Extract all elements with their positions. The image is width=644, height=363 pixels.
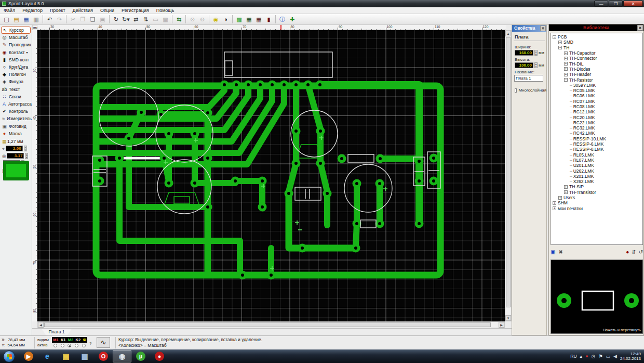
- tool-mask[interactable]: ●Маска: [0, 130, 32, 137]
- taskbar-opera-icon[interactable]: O: [94, 350, 113, 362]
- expand-icon[interactable]: +: [564, 73, 568, 76]
- taskbar-movie-maker-icon[interactable]: ▦: [75, 350, 94, 362]
- save-icon[interactable]: ▦: [21, 15, 31, 24]
- tree-item-RC05.LMK[interactable]: –RC05.LMK: [553, 88, 642, 93]
- menu-item-файл[interactable]: Файл: [0, 7, 19, 14]
- tree-item-TH-Resistor[interactable]: −TH-Resistor: [553, 77, 642, 82]
- tool-connections[interactable]: ∷Связи: [0, 93, 32, 100]
- track-width-value-0[interactable]: 2.00: [6, 146, 23, 151]
- tree-item-U262.LMK[interactable]: –U262.LMK: [553, 168, 642, 173]
- tree-item-RL07.LMK[interactable]: –RL07.LMK: [553, 158, 642, 163]
- tree-item-TH-Transistor[interactable]: +TH-Transistor: [553, 190, 642, 195]
- scroll-left-arrow[interactable]: ◀: [38, 322, 44, 328]
- zoom-icon[interactable]: ◉: [211, 15, 221, 24]
- layer-toggle-K1[interactable]: K1: [61, 338, 66, 342]
- layer-toggle-М2[interactable]: М2: [68, 338, 73, 342]
- horizontal-scroll-thumb[interactable]: [44, 322, 491, 327]
- tree-item-TH-Connector[interactable]: +TH-Connector: [553, 56, 642, 61]
- expand-icon[interactable]: +: [564, 190, 568, 194]
- expand-icon[interactable]: +: [564, 51, 568, 55]
- tree-item-X262.LMK[interactable]: –X262.LMK: [553, 179, 642, 184]
- close-button[interactable]: ✕: [623, 1, 643, 7]
- layer-radio-М1[interactable]: [53, 344, 57, 347]
- paste-icon[interactable]: ❏: [88, 15, 98, 24]
- layer-radio-K2[interactable]: [75, 344, 78, 347]
- tree-item-TH-Header[interactable]: +TH-Header: [553, 72, 642, 77]
- vertical-scroll-thumb[interactable]: [506, 37, 511, 307]
- collapse-icon[interactable]: −: [558, 46, 562, 49]
- cut-icon[interactable]: ✂: [68, 15, 78, 24]
- record-macro-icon[interactable]: ●: [626, 249, 629, 255]
- tree-item-3059Y.LMK[interactable]: –3059Y.LMK: [553, 83, 642, 88]
- scroll-up-arrow[interactable]: ▲: [505, 31, 511, 36]
- taskbar-sprint-layout-icon[interactable]: ◉: [113, 350, 131, 362]
- taskbar-utorrent-icon[interactable]: µ: [131, 350, 150, 362]
- tree-item-TH[interactable]: −TH: [553, 45, 642, 50]
- duplicate-icon[interactable]: ▣: [98, 15, 108, 24]
- tool-test[interactable]: ✔Контроль: [0, 108, 32, 115]
- change-layer-icon[interactable]: ⇆: [174, 15, 184, 24]
- tool-measure[interactable]: ≈Измеритель: [0, 115, 32, 122]
- tree-item-PCB[interactable]: −PCB: [553, 34, 642, 40]
- tool-polygon[interactable]: ◆Полигон: [0, 71, 32, 78]
- info-icon[interactable]: ⓘ: [277, 15, 287, 24]
- collapse-icon[interactable]: −: [553, 35, 556, 39]
- menu-item-редактор[interactable]: Редактор: [19, 7, 46, 14]
- tool-pad[interactable]: ◉Контакт▾: [0, 49, 32, 56]
- layer-toggle-K2[interactable]: K2: [76, 338, 81, 342]
- menu-item-опции[interactable]: Опции: [97, 7, 118, 14]
- autoroute-settings-icon[interactable]: ✚: [287, 15, 297, 24]
- height-spinner[interactable]: ▲▼: [534, 62, 538, 68]
- maximize-button[interactable]: ❐: [609, 1, 623, 7]
- horizontal-scrollbar[interactable]: ◀ ▶: [37, 321, 505, 328]
- tool-text[interactable]: abТекст: [0, 86, 32, 93]
- pad-size-spinner[interactable]: ▲▼: [25, 153, 28, 159]
- layer-toggle-М1[interactable]: М1: [53, 338, 58, 342]
- tray-display[interactable]: ▭: [606, 354, 611, 359]
- expand-icon[interactable]: +: [564, 62, 568, 66]
- tree-item-TH-SIP[interactable]: +TH-SIP: [553, 184, 642, 189]
- tree-item-TH-DIL[interactable]: +TH-DIL: [553, 61, 642, 66]
- group-icon[interactable]: ▩: [160, 15, 170, 24]
- menu-item-проект[interactable]: Проект: [46, 7, 69, 14]
- tree-item-RC06.LMK[interactable]: –RC06.LMK: [553, 93, 642, 98]
- rotate-options-icon[interactable]: ↻▾: [121, 15, 131, 24]
- flip-horizontal-icon[interactable]: ⇄: [131, 15, 141, 24]
- start-button[interactable]: [3, 351, 15, 362]
- library-close-icon[interactable]: ✕: [637, 25, 643, 31]
- tree-item-мои печатки[interactable]: +мои печатки: [553, 206, 642, 211]
- lock-icon[interactable]: ⊙: [187, 15, 197, 24]
- refresh-library-icon[interactable]: ↺: [639, 249, 643, 255]
- layer-radio-Ф[interactable]: [82, 344, 86, 347]
- menu-item-регистрация[interactable]: Регистрация: [118, 7, 153, 14]
- layer-visibility-box[interactable]: М1K1М2K2Ф: [52, 337, 87, 343]
- layer-board-icon[interactable]: ▩: [234, 15, 244, 24]
- save-library-icon[interactable]: ▣: [551, 249, 555, 255]
- tree-item-TH-Capacitor[interactable]: +TH-Capacitor: [553, 50, 642, 56]
- layer-mask-icon[interactable]: ▮: [264, 15, 274, 24]
- layer-radio-K1[interactable]: [61, 344, 64, 347]
- tree-item-SHM[interactable]: +SHM: [553, 200, 642, 205]
- width-spinner[interactable]: ▲▼: [534, 50, 538, 56]
- component-preview[interactable]: Нажать и перетянуть: [551, 260, 643, 334]
- copy-icon[interactable]: ❐: [78, 15, 88, 24]
- taskbar-media-player-icon[interactable]: ▶: [19, 350, 38, 362]
- tool-circle-arc[interactable]: ○Круг/Дуга: [0, 63, 32, 71]
- expand-icon[interactable]: +: [564, 57, 568, 60]
- open-folder-icon[interactable]: ▤: [11, 15, 21, 24]
- print-icon[interactable]: ▥: [31, 15, 41, 24]
- expand-icon[interactable]: +: [558, 196, 562, 200]
- tree-item-RC22.LMK[interactable]: –RC22.LMK: [553, 120, 642, 125]
- collapse-icon[interactable]: −: [564, 78, 568, 82]
- layer-m2-icon[interactable]: ▦: [254, 15, 264, 24]
- tree-item-RC08.LMK[interactable]: –RC08.LMK: [553, 104, 642, 109]
- dropdown-caret-icon[interactable]: ▾: [26, 50, 28, 54]
- tool-special-form[interactable]: ◈Фигура: [0, 78, 32, 85]
- tree-item-RESSIP-10.LMK[interactable]: –RESSIP-10.LMK: [553, 136, 642, 141]
- tree-item-RC32.LMK[interactable]: –RC32.LMK: [553, 125, 642, 131]
- tree-item-Users[interactable]: +Users: [553, 195, 642, 200]
- tool-track[interactable]: ✎Проводник: [0, 41, 32, 48]
- invert-view-icon[interactable]: ◑: [221, 15, 231, 24]
- taskbar-recorder-icon[interactable]: ●: [150, 350, 169, 362]
- tray-caret[interactable]: ▴: [580, 354, 583, 359]
